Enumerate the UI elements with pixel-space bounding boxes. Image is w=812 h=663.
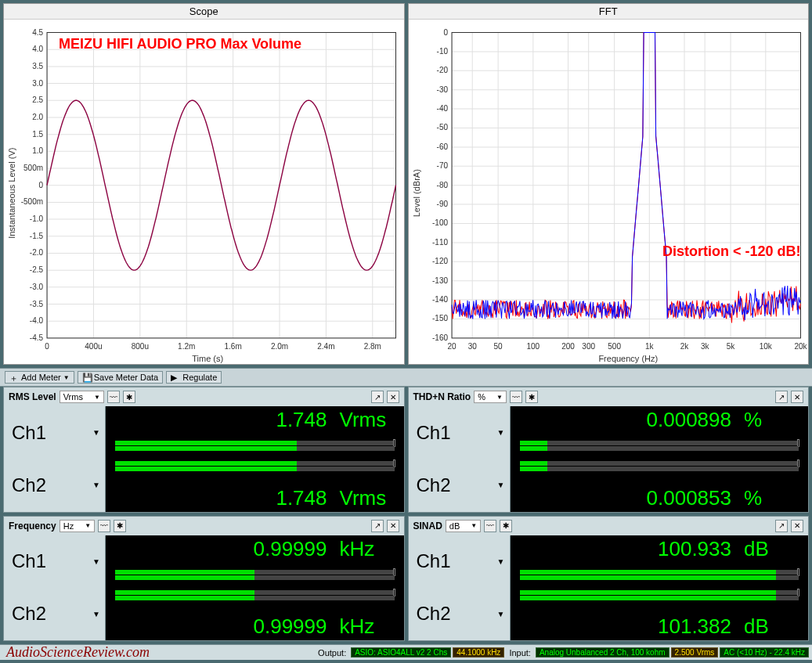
sinad-ch2-bars bbox=[520, 589, 799, 607]
popout-icon[interactable]: ↗ bbox=[371, 391, 384, 403]
svg-text:-40: -40 bbox=[436, 104, 448, 113]
svg-text:2.0m: 2.0m bbox=[271, 342, 288, 351]
svg-text:-4.5: -4.5 bbox=[30, 333, 44, 342]
rms-ch1-value: 1.748 bbox=[276, 408, 327, 432]
sinad-ch1-value: 100.933 bbox=[658, 537, 731, 561]
svg-text:0: 0 bbox=[443, 28, 448, 37]
popout-icon[interactable]: ↗ bbox=[371, 520, 384, 532]
plus-icon: ＋ bbox=[9, 373, 19, 382]
popout-icon[interactable]: ↗ bbox=[775, 391, 788, 403]
close-icon[interactable]: ✕ bbox=[791, 391, 803, 403]
save-icon: 💾 bbox=[82, 373, 92, 382]
svg-text:-1.0: -1.0 bbox=[30, 214, 44, 223]
thdn-ch1-bars bbox=[520, 440, 799, 457]
close-icon[interactable]: ✕ bbox=[791, 520, 803, 532]
fft-panel: FFT 0-10-20-30-40-50-60-70-80-90-100-110… bbox=[408, 3, 810, 365]
chart-icon[interactable]: 〰 bbox=[107, 391, 120, 403]
svg-text:-100: -100 bbox=[432, 219, 448, 228]
svg-text:-4.0: -4.0 bbox=[30, 316, 44, 325]
scope-panel: Scope -4.5-4.0-3.5-3.0-2.5-2.0-1.5-1.0-5… bbox=[3, 3, 405, 365]
svg-text:-140: -140 bbox=[432, 295, 448, 304]
svg-text:2.0: 2.0 bbox=[32, 113, 43, 121]
status-bar: AudioScienceReview.com Output: ASIO: ASI… bbox=[0, 644, 812, 660]
rms-meter: RMS LevelVrms▼〰✱↗✕Ch1▼1.748VrmsCh2▼1.748… bbox=[3, 387, 405, 513]
sinad-ch1-bars bbox=[520, 569, 799, 586]
thdn-title: THD+N Ratio bbox=[413, 391, 471, 402]
svg-text:400u: 400u bbox=[85, 342, 102, 351]
rms-unit-select[interactable]: Vrms▼ bbox=[60, 391, 104, 403]
rms-ch2-unit: Vrms bbox=[340, 486, 395, 510]
svg-text:1.5: 1.5 bbox=[32, 130, 43, 139]
thdn-ch2-label[interactable]: Ch2▼ bbox=[409, 459, 511, 511]
sinad-unit-select[interactable]: dB▼ bbox=[446, 520, 481, 532]
thdn-unit-select[interactable]: %▼ bbox=[474, 391, 507, 403]
freq-title: Frequency bbox=[9, 521, 56, 531]
input-vrms: 2.500 Vrms bbox=[671, 647, 719, 658]
svg-text:-50: -50 bbox=[436, 124, 448, 132]
fft-annotation: Distortion < -120 dB! bbox=[662, 243, 800, 259]
freq-ch2-label[interactable]: Ch2▼ bbox=[4, 588, 106, 640]
svg-text:0: 0 bbox=[45, 342, 49, 351]
rms-ch2-label[interactable]: Ch2▼ bbox=[4, 459, 106, 511]
svg-text:-110: -110 bbox=[432, 238, 448, 247]
thdn-ch2-bars bbox=[520, 460, 799, 477]
svg-text:500m: 500m bbox=[23, 164, 43, 172]
fft-svg: 0-10-20-30-40-50-60-70-80-90-100-110-120… bbox=[409, 20, 809, 366]
thdn-ch2-unit: % bbox=[744, 486, 799, 510]
svg-text:-80: -80 bbox=[436, 181, 448, 189]
rms-ch2-bars bbox=[115, 460, 395, 477]
svg-text:2k: 2k bbox=[680, 342, 689, 351]
svg-text:-120: -120 bbox=[432, 257, 448, 265]
freq-ch1-label[interactable]: Ch1▼ bbox=[4, 535, 106, 588]
svg-text:4.5: 4.5 bbox=[32, 28, 43, 37]
save-meter-data-button[interactable]: 💾Save Meter Data bbox=[78, 371, 164, 384]
sinad-ch2-unit: dB bbox=[744, 614, 799, 639]
svg-text:-1.5: -1.5 bbox=[30, 232, 44, 240]
svg-text:50: 50 bbox=[493, 342, 503, 351]
regulate-button[interactable]: ▶Regulate bbox=[166, 371, 222, 384]
scope-annotation: MEIZU HIFI AUDIO PRO Max Volume bbox=[59, 36, 301, 52]
output-label: Output: bbox=[315, 648, 349, 658]
rms-ch1-label[interactable]: Ch1▼ bbox=[4, 406, 106, 459]
freq-unit-select[interactable]: Hz▼ bbox=[60, 520, 95, 532]
svg-text:20: 20 bbox=[447, 342, 457, 351]
scope-chart[interactable]: -4.5-4.0-3.5-3.0-2.5-2.0-1.5-1.0-500m050… bbox=[4, 20, 404, 366]
chart-icon[interactable]: 〰 bbox=[510, 391, 522, 403]
sinad-title: SINAD bbox=[413, 521, 442, 531]
svg-text:-90: -90 bbox=[436, 200, 448, 208]
popout-icon[interactable]: ↗ bbox=[775, 520, 788, 532]
thdn-ch2-value: 0.000853 bbox=[647, 486, 731, 510]
gear-icon[interactable]: ✱ bbox=[525, 391, 538, 403]
gear-icon[interactable]: ✱ bbox=[500, 520, 512, 532]
svg-text:-60: -60 bbox=[436, 142, 448, 151]
sinad-ch1-label[interactable]: Ch1▼ bbox=[409, 535, 511, 588]
gear-icon[interactable]: ✱ bbox=[114, 520, 126, 532]
svg-text:-70: -70 bbox=[436, 161, 448, 170]
input-device: Analog Unbalanced 2 Ch, 100 kohm bbox=[536, 647, 669, 658]
fft-chart[interactable]: 0-10-20-30-40-50-60-70-80-90-100-110-120… bbox=[409, 20, 809, 366]
add-meter-button[interactable]: ＋Add Meter▼ bbox=[5, 371, 74, 384]
svg-text:-3.0: -3.0 bbox=[30, 283, 44, 291]
svg-text:-150: -150 bbox=[432, 314, 448, 322]
meter-toolbar: ＋Add Meter▼ 💾Save Meter Data ▶Regulate bbox=[0, 368, 812, 387]
svg-text:2.5: 2.5 bbox=[32, 95, 43, 104]
close-icon[interactable]: ✕ bbox=[387, 520, 399, 532]
thdn-ch1-label[interactable]: Ch1▼ bbox=[409, 406, 511, 459]
svg-text:2.8m: 2.8m bbox=[364, 342, 381, 351]
svg-text:3k: 3k bbox=[700, 342, 709, 351]
fft-ylabel: Level (dBrA) bbox=[412, 169, 421, 217]
freq-ch2-bars bbox=[115, 589, 395, 607]
gear-icon[interactable]: ✱ bbox=[123, 391, 135, 403]
input-label: Input: bbox=[506, 648, 534, 658]
svg-text:100: 100 bbox=[526, 342, 540, 351]
close-icon[interactable]: ✕ bbox=[387, 391, 399, 403]
sinad-ch2-label[interactable]: Ch2▼ bbox=[409, 588, 511, 640]
chart-icon[interactable]: 〰 bbox=[484, 520, 496, 532]
svg-text:1.6m: 1.6m bbox=[225, 342, 242, 351]
chart-icon[interactable]: 〰 bbox=[98, 520, 110, 532]
svg-text:30: 30 bbox=[467, 342, 477, 351]
sinad-ch2-value: 101.382 bbox=[658, 614, 731, 639]
scope-xlabel: Time (s) bbox=[192, 354, 223, 363]
svg-text:0: 0 bbox=[38, 181, 43, 189]
svg-text:-160: -160 bbox=[432, 333, 448, 342]
